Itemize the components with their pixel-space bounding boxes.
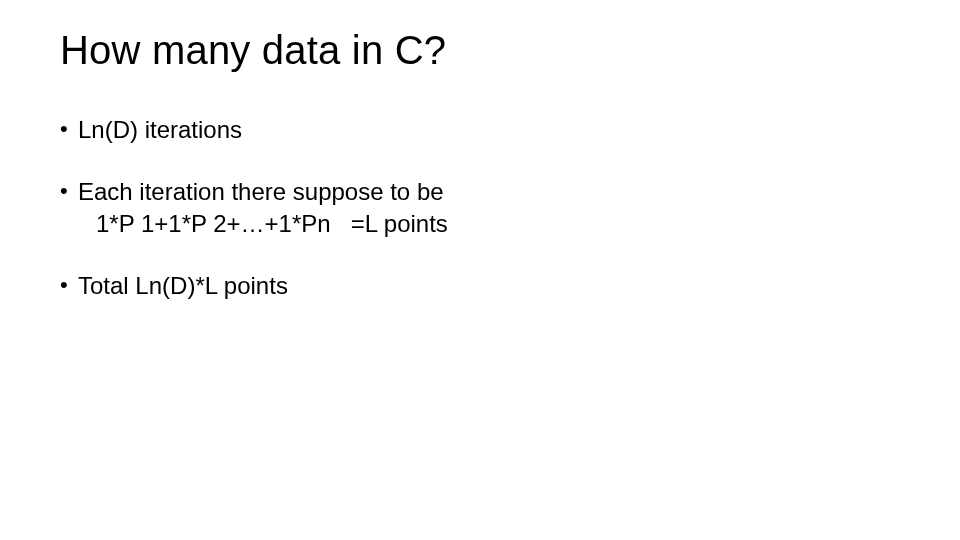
bullet-dot-icon: • <box>60 271 78 299</box>
bullet-item: • Ln(D) iterations <box>60 115 900 145</box>
slide: How many data in C? • Ln(D) iterations •… <box>0 0 960 540</box>
bullet-item: • Total Ln(D)*L points <box>60 271 900 301</box>
bullet-line: Each iteration there suppose to be <box>78 177 900 207</box>
bullet-line: Total Ln(D)*L points <box>78 271 900 301</box>
bullet-line: 1*P 1+1*P 2+…+1*Pn =L points <box>96 209 900 239</box>
bullet-text: Total Ln(D)*L points <box>78 271 900 301</box>
bullet-dot-icon: • <box>60 177 78 205</box>
bullet-dot-icon: • <box>60 115 78 143</box>
bullet-line: Ln(D) iterations <box>78 115 900 145</box>
bullet-text: Ln(D) iterations <box>78 115 900 145</box>
bullet-list: • Ln(D) iterations • Each iteration ther… <box>60 115 900 301</box>
slide-title: How many data in C? <box>60 28 900 73</box>
bullet-item: • Each iteration there suppose to be 1*P… <box>60 177 900 239</box>
bullet-text: Each iteration there suppose to be 1*P 1… <box>78 177 900 239</box>
